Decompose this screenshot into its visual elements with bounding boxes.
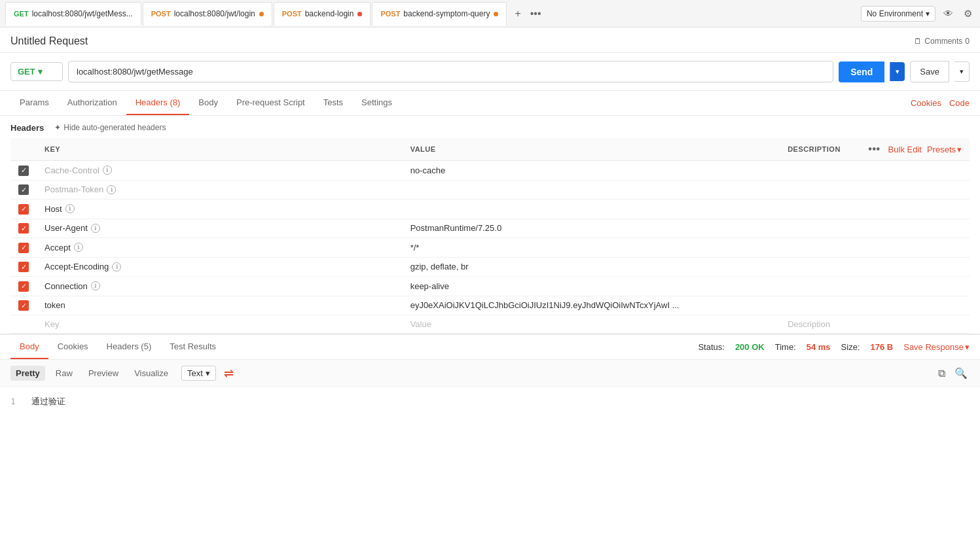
search-icon[interactable]: 🔍: [953, 365, 970, 381]
mode-preview-button[interactable]: Preview: [83, 366, 124, 381]
more-tabs-button[interactable]: •••: [528, 5, 544, 22]
new-key-placeholder[interactable]: Key: [45, 319, 59, 329]
tab-url-getmessage: localhost:8080/jwt/getMess...: [32, 9, 133, 18]
hide-auto-headers-button[interactable]: ✦ Hide auto-generated headers: [49, 121, 171, 134]
tab-dot-3: [494, 12, 498, 16]
row-checkbox-2[interactable]: ✓: [18, 204, 29, 215]
row-checkbox-7[interactable]: ✓: [18, 300, 29, 311]
status-label: Status:: [698, 342, 724, 352]
body-actions-right: ⧉ 🔍: [936, 365, 970, 381]
resp-tab-body[interactable]: Body: [10, 335, 48, 359]
url-input[interactable]: [68, 61, 833, 82]
tab-actions: + •••: [512, 5, 543, 22]
info-icon-4[interactable]: ℹ: [74, 243, 83, 252]
comments-icon: 🗒: [914, 37, 922, 46]
row-checkbox-0[interactable]: ✓: [18, 166, 29, 176]
mode-pretty-button[interactable]: Pretty: [10, 366, 45, 381]
cookies-link[interactable]: Cookies: [911, 98, 941, 108]
table-row: ✓ Connection ℹ keep-alive: [10, 277, 970, 296]
method-dropdown[interactable]: GET ▾: [10, 62, 63, 81]
code-area: 1 通过验证: [0, 387, 980, 417]
tab-params[interactable]: Params: [10, 91, 58, 115]
tab-post-login[interactable]: POST localhost:8080/jwt/login: [143, 2, 272, 26]
info-icon-2[interactable]: ℹ: [65, 204, 75, 213]
table-row: ✓ Accept ℹ */*: [10, 238, 970, 258]
comments-area[interactable]: 🗒 Comments 0: [914, 37, 970, 46]
request-line: GET ▾ Send ▾ Save ▾: [0, 53, 980, 91]
tab-authorization[interactable]: Authorization: [58, 91, 126, 115]
headers-top: Headers ✦ Hide auto-generated headers: [10, 121, 970, 138]
table-row: ✓ User-Agent ℹ PostmanRuntime/7.25.0: [10, 218, 970, 238]
tab-bar: GET localhost:8080/jwt/getMess... POST l…: [0, 0, 980, 27]
tab-dot-1: [259, 12, 264, 16]
row-key-5: Accept-Encoding ℹ: [45, 262, 395, 271]
add-tab-button[interactable]: +: [512, 5, 523, 22]
tab-headers[interactable]: Headers (8): [126, 91, 190, 115]
row-checkbox-4[interactable]: ✓: [18, 243, 29, 253]
info-icon-0[interactable]: ℹ: [103, 166, 112, 175]
mode-visualize-button[interactable]: Visualize: [129, 366, 173, 381]
eye-icon[interactable]: 👁: [941, 5, 956, 22]
row-checkbox-3[interactable]: ✓: [18, 223, 29, 234]
send-dropdown-button[interactable]: ▾: [890, 62, 905, 81]
info-icon-3[interactable]: ℹ: [91, 224, 100, 233]
resp-tab-cookies[interactable]: Cookies: [48, 335, 98, 359]
row-value-0: no-cache: [410, 166, 445, 175]
new-row: Key Value Description: [10, 315, 970, 334]
bulk-edit-button[interactable]: Bulk Edit: [888, 145, 922, 154]
save-response-chevron-icon: ▾: [965, 342, 970, 352]
new-value-placeholder[interactable]: Value: [410, 319, 431, 329]
env-label: No Environment: [867, 9, 923, 18]
tab-get-getmessage[interactable]: GET localhost:8080/jwt/getMess...: [5, 2, 141, 26]
table-row: ✓ Cache-Control ℹ no-cache: [10, 161, 970, 181]
mode-raw-button[interactable]: Raw: [50, 366, 78, 381]
comments-count: 0: [965, 37, 970, 46]
format-select[interactable]: Text ▾: [181, 366, 216, 381]
resp-tab-test-results[interactable]: Test Results: [160, 335, 225, 359]
presets-chevron-icon: ▾: [957, 145, 962, 154]
new-desc-placeholder[interactable]: Description: [788, 319, 830, 329]
wrap-icon[interactable]: ⇌: [224, 366, 234, 381]
row-value-6: keep-alive: [410, 281, 449, 291]
presets-button[interactable]: Presets ▾: [927, 145, 962, 154]
resp-tab-headers5[interactable]: Headers (5): [98, 335, 161, 359]
method-label: GET: [18, 67, 35, 77]
comments-label: Comments: [924, 37, 962, 46]
copy-icon[interactable]: ⧉: [936, 365, 947, 381]
table-row: ✓ Host ℹ: [10, 200, 970, 219]
code-link[interactable]: Code: [949, 98, 970, 108]
row-checkbox-1[interactable]: ✓: [18, 184, 29, 195]
th-desc-label: DESCRIPTION: [788, 145, 841, 153]
tab-method-get: GET: [14, 10, 29, 18]
save-dropdown-button[interactable]: ▾: [954, 61, 970, 82]
response-section: Body Cookies Headers (5) Test Results St…: [0, 334, 980, 417]
info-icon-1[interactable]: ℹ: [107, 185, 116, 194]
info-icon-6[interactable]: ℹ: [91, 281, 100, 290]
page-title: Untitled Request: [10, 35, 88, 47]
tab-method-post2: POST: [282, 10, 302, 18]
tab-tests[interactable]: Tests: [314, 91, 352, 115]
tab-post-backend-login[interactable]: POST backend-login: [274, 2, 371, 26]
row-checkbox-6[interactable]: ✓: [18, 281, 29, 292]
row-checkbox-5[interactable]: ✓: [18, 262, 29, 272]
more-options-icon[interactable]: •••: [868, 143, 880, 155]
size-label: Size:: [841, 342, 860, 352]
save-button[interactable]: Save: [910, 61, 949, 82]
tab-body[interactable]: Body: [189, 91, 227, 115]
tab-prerequest[interactable]: Pre-request Script: [227, 91, 314, 115]
th-checkbox: [10, 138, 37, 161]
save-response-button[interactable]: Save Response ▾: [903, 342, 970, 352]
format-label: Text: [187, 368, 203, 378]
nav-right: Cookies Code: [911, 98, 970, 108]
gear-icon[interactable]: ⚙: [961, 5, 975, 22]
tab-post-symptom-query[interactable]: POST backend-symptom-query: [372, 2, 507, 26]
body-toolbar: Pretty Raw Preview Visualize Text ▾ ⇌ ⧉ …: [0, 360, 980, 387]
send-button[interactable]: Send: [839, 61, 884, 82]
format-chevron-icon: ▾: [206, 368, 210, 378]
row-key-0: Cache-Control ℹ: [45, 166, 395, 175]
env-dropdown[interactable]: No Environment ▾: [861, 6, 935, 22]
tab-settings[interactable]: Settings: [352, 91, 401, 115]
presets-label: Presets: [927, 145, 956, 154]
env-chevron-icon: ▾: [926, 9, 930, 18]
info-icon-5[interactable]: ℹ: [112, 262, 121, 271]
